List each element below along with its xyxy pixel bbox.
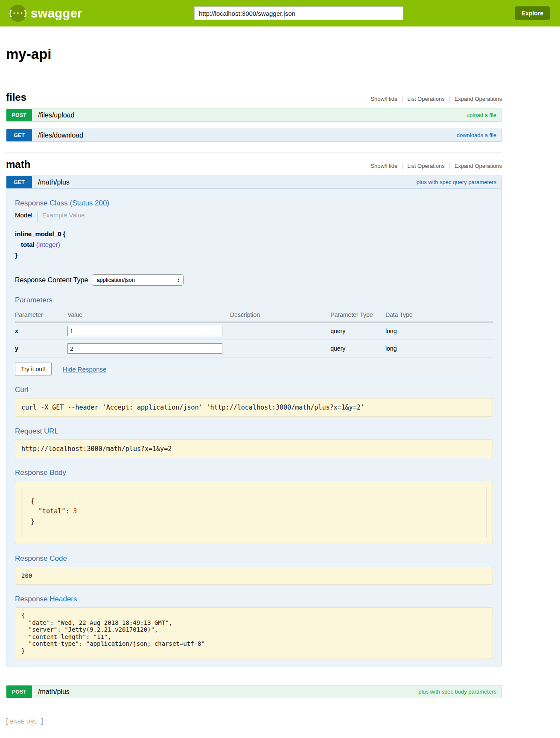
model-signature: inline_model_0 { total (integer) } [15,228,493,261]
model-tabs: Model Example Value [15,211,493,223]
column-header-description: Description [230,308,330,322]
parameters-table: Parameter Value Description Parameter Ty… [15,308,493,357]
section-math: math Show/Hide List Operations Expand Op… [6,153,502,698]
endpoint-row-math-plus-post[interactable]: POST /math/plus plus with spec body para… [6,685,502,698]
expand-operations-link[interactable]: Expand Operations [449,163,502,169]
header-bar: {···} swagger Explore [0,0,560,26]
endpoint-summary-link[interactable]: plus with spec body parameters [418,685,502,698]
endpoint-path[interactable]: /math/plus [32,176,70,188]
json-number: 3 [73,507,77,515]
select-arrows-icon: ▲▼ [177,278,180,282]
show-hide-link[interactable]: Show/Hide [366,96,402,102]
response-headers-heading: Response Headers [15,595,493,603]
method-badge-post[interactable]: POST [6,109,32,121]
response-code-value: 200 [15,567,493,585]
page-title: my-api [6,46,502,62]
tab-example-value[interactable]: Example Value [37,211,85,223]
swagger-logo[interactable]: {···} swagger [9,5,82,22]
method-badge-get[interactable]: GET [6,176,32,188]
explore-button[interactable]: Explore [515,6,550,20]
try-it-out-button[interactable]: Try it out! [15,363,52,375]
section-title-files: files [6,91,26,103]
swagger-url-input[interactable] [194,6,403,20]
model-open-line: inline_model_0 { [15,228,493,239]
response-body-json: { "total": 3 } [21,487,487,538]
endpoint-row-math-plus-get[interactable]: GET /math/plus plus with spec query para… [6,176,502,189]
response-body-heading: Response Body [15,469,493,477]
section-controls-math: Show/Hide List Operations Expand Operati… [366,163,502,169]
column-header-parameter: Parameter [15,308,67,322]
endpoint-summary-link[interactable]: downloads a file [457,129,502,141]
base-url-label: BASE URL: [10,719,39,725]
endpoint-summary-link[interactable]: plus with spec query parameters [417,176,502,188]
model-close-line: } [15,250,493,261]
response-content-type-value: application/json [96,277,135,283]
endpoint-path[interactable]: /files/upload [32,109,74,121]
request-url-heading: Request URL [15,427,493,436]
bracket-open: [ [6,717,8,725]
hide-response-link[interactable]: Hide Response [63,366,107,373]
expand-operations-link[interactable]: Expand Operations [449,96,502,102]
operation-panel: Response Class (Status 200) Model Exampl… [6,189,502,667]
endpoint-row-files-upload[interactable]: POST /files/upload upload a file [6,108,502,122]
curl-command: curl -X GET --header 'Accept: applicatio… [15,398,493,417]
list-operations-link[interactable]: List Operations [402,163,449,169]
request-url-value: http://localhost:3000/math/plus?x=1&y=2 [15,439,493,458]
response-body-block: { "total": 3 } [15,481,493,544]
parameter-data-type: long [385,322,493,340]
swagger-logo-icon: {···} [9,5,26,22]
section-controls-files: Show/Hide List Operations Expand Operati… [366,96,502,102]
response-content-type-label: Response Content Type [15,276,88,284]
section-files: files Show/Hide List Operations Expand O… [6,86,502,142]
base-url-footer: [ BASE URL: ] [6,717,502,726]
column-header-data-type: Data Type [385,308,493,322]
response-content-type-select[interactable]: application/json ▲▼ [92,274,184,286]
parameter-description [230,322,330,340]
list-operations-link[interactable]: List Operations [402,96,449,102]
tab-model[interactable]: Model [15,211,37,219]
page-container: my-api files Show/Hide List Operations E… [6,46,502,726]
parameter-value-input-x[interactable] [67,326,222,336]
parameter-data-type: long [385,340,493,357]
response-class-heading: Response Class (Status 200) [15,199,493,208]
parameter-value-input-y[interactable] [67,343,222,354]
endpoint-path[interactable]: /math/plus [32,685,70,698]
bracket-close: ] [41,717,43,725]
column-header-value: Value [67,308,230,322]
parameter-name: x [15,322,67,340]
parameter-row-x: x query long [15,322,493,340]
parameters-heading: Parameters [15,296,493,305]
method-badge-post[interactable]: POST [6,685,32,698]
parameter-description [230,340,330,357]
model-prop-name: total [21,241,35,248]
parameter-row-y: y query long [15,340,493,357]
section-title-math: math [6,158,30,170]
method-badge-get[interactable]: GET [6,129,32,141]
show-hide-link[interactable]: Show/Hide [366,163,402,169]
endpoint-row-files-download[interactable]: GET /files/download downloads a file [6,129,502,142]
column-header-parameter-type: Parameter Type [330,308,385,322]
parameter-name: y [15,340,67,357]
curl-heading: Curl [15,386,493,394]
endpoint-summary-link[interactable]: upload a file [467,109,502,121]
response-headers-json: { "date": "Wed, 22 Aug 2018 18:49:13 GMT… [15,607,493,659]
response-code-heading: Response Code [15,554,493,563]
endpoint-path[interactable]: /files/download [32,129,83,141]
parameter-type: query [330,322,385,340]
parameter-type: query [330,340,385,357]
model-prop-type: (integer) [36,241,60,248]
swagger-logo-text: swagger [31,6,82,20]
